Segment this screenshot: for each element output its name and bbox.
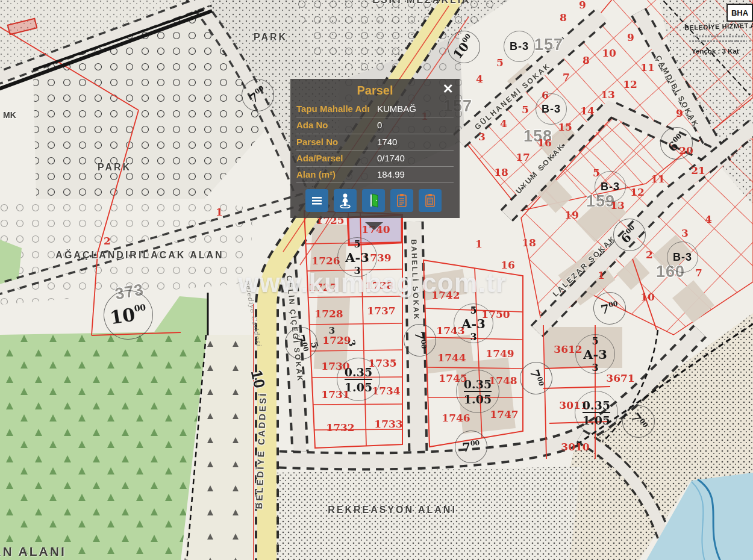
field-value: 1740	[377, 136, 454, 148]
field-label: Alan (m²)	[296, 169, 377, 181]
field-value: 184.99	[377, 169, 454, 181]
pegman-icon	[337, 193, 353, 208]
field-row: Alan (m²) 184.99	[296, 167, 454, 183]
legend-fine-print	[689, 40, 747, 42]
field-label: Ada No	[296, 119, 377, 131]
field-row: Ada No 0	[296, 117, 454, 134]
field-label: Tapu Mahalle Adı	[296, 103, 377, 115]
map-viewer: ESKİ MEZARLIKPARKPARKAĞAÇLANDIRILACAK AL…	[0, 0, 753, 560]
legend-yencok: Yençok : 3 Kat	[692, 48, 739, 55]
field-label: Parsel No	[296, 136, 377, 148]
menu-icon	[310, 193, 324, 208]
field-value: 0/1740	[377, 152, 454, 164]
clipboard-document-icon	[423, 193, 437, 208]
selected-parcel-1740[interactable]	[348, 215, 402, 245]
legend-fine-print	[693, 36, 745, 37]
field-row: Parsel No 1740	[296, 134, 454, 151]
clipboard-list-button[interactable]	[390, 189, 413, 212]
menu-button[interactable]	[305, 189, 328, 212]
door-icon	[366, 193, 381, 208]
field-label: Ada/Parsel	[296, 152, 377, 164]
popup-title: Parsel	[296, 82, 454, 101]
streetview-button[interactable]	[334, 189, 357, 212]
legend-bha-box: BHA	[726, 4, 753, 22]
close-icon[interactable]: ✕	[443, 82, 454, 96]
popup-pointer	[365, 222, 383, 230]
clipboard-document-button[interactable]	[419, 189, 442, 212]
door-button[interactable]	[362, 189, 385, 212]
popup-toolbar	[296, 183, 454, 212]
clipboard-list-icon	[395, 193, 409, 208]
field-value: KUMBAĞ	[377, 103, 454, 115]
field-row: Tapu Mahalle Adı KUMBAĞ	[296, 101, 454, 117]
parcel-popup: Parsel ✕ Tapu Mahalle Adı KUMBAĞ Ada No …	[290, 79, 460, 218]
field-value: 0	[377, 119, 454, 131]
field-row: Ada/Parsel 0/1740	[296, 151, 454, 167]
